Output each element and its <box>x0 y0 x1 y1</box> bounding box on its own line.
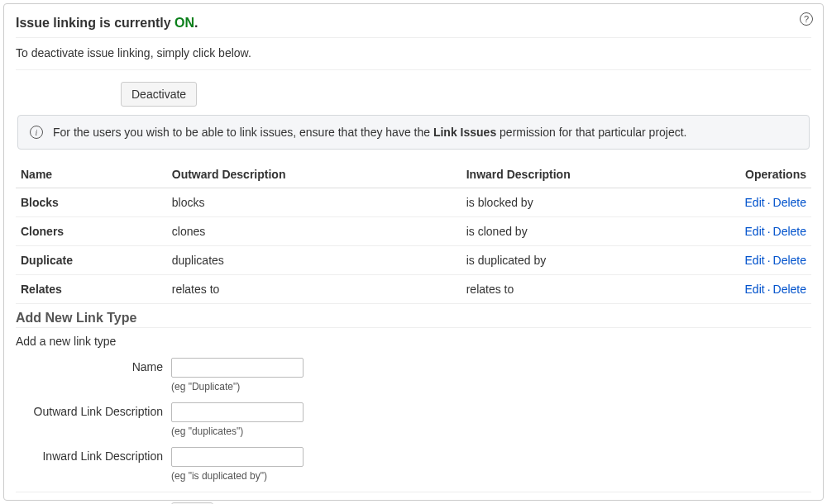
form-row-name: Name (eg "Duplicate") <box>16 358 811 392</box>
help-icon[interactable]: ? <box>800 12 813 26</box>
outward-label: Outward Link Description <box>16 402 171 418</box>
table-row: Duplicateduplicatesis duplicated byEdit·… <box>16 246 811 275</box>
info-banner: i For the users you wish to be able to l… <box>17 115 810 150</box>
cell-outward: relates to <box>167 275 461 304</box>
inward-hint: (eg "is duplicated by") <box>171 470 304 482</box>
deactivate-row: Deactivate <box>16 78 811 115</box>
table-row: Clonersclonesis cloned byEdit·Delete <box>16 217 811 246</box>
delete-link[interactable]: Delete <box>773 225 806 238</box>
table-header-row: Name Outward Description Inward Descript… <box>16 161 811 188</box>
delete-link[interactable]: Delete <box>773 254 806 267</box>
cell-inward: relates to <box>461 275 708 304</box>
form-row-outward: Outward Link Description (eg "duplicates… <box>16 402 811 437</box>
cell-inward: is cloned by <box>461 217 708 246</box>
divider <box>16 69 811 70</box>
inward-label: Inward Link Description <box>16 447 171 463</box>
name-hint: (eg "Duplicate") <box>171 381 304 392</box>
delete-link[interactable]: Delete <box>773 283 806 296</box>
separator: · <box>767 254 771 267</box>
form-row-inward: Inward Link Description (eg "is duplicat… <box>16 447 811 482</box>
cell-name: Relates <box>16 275 167 304</box>
add-button-row: Add <box>16 492 811 504</box>
inward-field-wrapper: (eg "is duplicated by") <box>171 447 304 482</box>
title-suffix: . <box>194 16 198 30</box>
page-title: Issue linking is currently ON. <box>16 16 811 36</box>
delete-link[interactable]: Delete <box>773 196 806 209</box>
cell-outward: clones <box>167 217 461 246</box>
table-row: Relatesrelates torelates toEdit·Delete <box>16 275 811 304</box>
deactivate-description: To deactivate issue linking, simply clic… <box>16 38 811 66</box>
edit-link[interactable]: Edit <box>745 254 765 267</box>
table-row: Blocksblocksis blocked byEdit·Delete <box>16 188 811 217</box>
info-text: For the users you wish to be able to lin… <box>53 126 687 139</box>
separator: · <box>767 196 771 209</box>
deactivate-button[interactable]: Deactivate <box>121 82 197 107</box>
separator: · <box>767 225 771 238</box>
outward-hint: (eg "duplicates") <box>171 426 304 437</box>
cell-inward: is blocked by <box>461 188 708 217</box>
add-subtext: Add a new link type <box>16 335 811 358</box>
divider <box>16 327 811 328</box>
info-bold: Link Issues <box>433 126 496 139</box>
header-name: Name <box>16 161 167 188</box>
add-heading: Add New Link Type <box>16 304 811 327</box>
separator: · <box>767 283 771 296</box>
header-operations: Operations <box>708 161 811 188</box>
name-field-wrapper: (eg "Duplicate") <box>171 358 304 392</box>
cell-operations: Edit·Delete <box>708 217 811 246</box>
outward-input[interactable] <box>171 402 304 422</box>
cell-outward: duplicates <box>167 246 461 275</box>
issue-linking-panel: ? Issue linking is currently ON. To deac… <box>3 3 824 501</box>
cell-operations: Edit·Delete <box>708 188 811 217</box>
inward-input[interactable] <box>171 447 304 467</box>
name-label: Name <box>16 358 171 373</box>
header-outward: Outward Description <box>167 161 461 188</box>
title-status: ON <box>174 16 194 30</box>
header-inward: Inward Description <box>461 161 708 188</box>
cell-name: Cloners <box>16 217 167 246</box>
title-prefix: Issue linking is currently <box>16 16 174 30</box>
edit-link[interactable]: Edit <box>745 196 765 209</box>
cell-operations: Edit·Delete <box>708 246 811 275</box>
info-text-before: For the users you wish to be able to lin… <box>53 126 433 139</box>
cell-operations: Edit·Delete <box>708 275 811 304</box>
cell-inward: is duplicated by <box>461 246 708 275</box>
info-icon: i <box>30 126 43 139</box>
link-types-table: Name Outward Description Inward Descript… <box>16 161 811 304</box>
cell-name: Blocks <box>16 188 167 217</box>
edit-link[interactable]: Edit <box>745 225 765 238</box>
edit-link[interactable]: Edit <box>745 283 765 296</box>
cell-name: Duplicate <box>16 246 167 275</box>
name-input[interactable] <box>171 358 304 378</box>
cell-outward: blocks <box>167 188 461 217</box>
info-text-after: permission for that particular project. <box>496 126 686 139</box>
outward-field-wrapper: (eg "duplicates") <box>171 402 304 437</box>
